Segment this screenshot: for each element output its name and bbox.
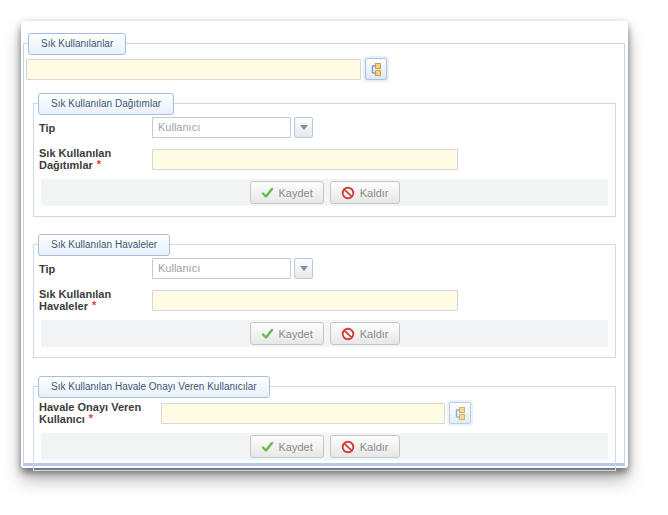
form-row-field: Sık Kullanılan Dağıtımlar* — [39, 147, 615, 171]
remove-button[interactable]: Kaldır — [330, 435, 400, 458]
form-row-tip: Tip Kullanıcı — [39, 117, 615, 138]
remove-button-label: Kaldır — [360, 328, 389, 340]
remove-button-label: Kaldır — [360, 441, 389, 453]
green-check-icon — [261, 328, 274, 340]
save-button[interactable]: Kaydet — [250, 435, 324, 458]
section-havale-onay-legend: Sık Kullanılan Havale Onayı Veren Kullan… — [38, 376, 270, 398]
section-dagitimlar: Sık Kullanılan Dağıtımlar Tip Kullanıcı … — [33, 103, 616, 217]
tip-label: Tip — [39, 122, 152, 134]
red-prohibition-icon — [341, 327, 355, 341]
onay-veren-kullanici-input[interactable] — [161, 403, 445, 424]
dagitimlar-field-label: Sık Kullanılan Dağıtımlar* — [39, 147, 152, 171]
chevron-down-icon — [300, 125, 308, 130]
save-button[interactable]: Kaydet — [250, 322, 324, 345]
tip-select-arrow-button[interactable] — [294, 117, 313, 138]
onay-veren-kullanici-label: Havale Onayı Veren Kullanıcı* — [39, 401, 161, 425]
remove-button[interactable]: Kaldır — [330, 322, 400, 345]
save-button-label: Kaydet — [279, 187, 313, 199]
save-button[interactable]: Kaydet — [250, 181, 324, 204]
form-row-tip: Tip Kullanıcı — [39, 258, 615, 279]
favorites-input[interactable] — [26, 59, 361, 80]
dagitimlar-input[interactable] — [152, 149, 458, 170]
havaleler-field-label: Sık Kullanılan Havaleler* — [39, 288, 152, 312]
tip-select-arrow-button[interactable] — [294, 258, 313, 279]
form-row-field: Sık Kullanılan Havaleler* — [39, 288, 615, 312]
red-prohibition-icon — [341, 186, 355, 200]
favorites-lookup-button[interactable] — [365, 58, 387, 80]
tip-label: Tip — [39, 263, 152, 275]
favorites-fieldset: Sık Kullanılanlar Sık Kullanılan Dağıtım… — [23, 43, 625, 466]
favorites-input-row — [26, 58, 624, 80]
red-prohibition-icon — [341, 440, 355, 454]
button-bar: Kaydet Kaldır — [41, 179, 608, 206]
org-chart-lookup-icon — [453, 406, 467, 420]
tip-select[interactable]: Kullanıcı — [152, 117, 291, 138]
button-bar: Kaydet Kaldır — [41, 433, 608, 460]
section-havaleler-legend: Sık Kullanılan Havaleler — [38, 234, 170, 256]
save-button-label: Kaydet — [279, 328, 313, 340]
chevron-down-icon — [300, 266, 308, 271]
green-check-icon — [261, 187, 274, 199]
form-row-field: Havale Onayı Veren Kullanıcı* — [39, 401, 615, 425]
remove-button[interactable]: Kaldır — [330, 181, 400, 204]
havaleler-field-label-text: Sık Kullanılan Havaleler — [39, 288, 111, 312]
required-asterisk: * — [97, 158, 101, 170]
favorites-fieldset-legend: Sık Kullanılanlar — [28, 33, 126, 55]
tip-select[interactable]: Kullanıcı — [152, 258, 291, 279]
org-chart-lookup-icon — [369, 62, 383, 76]
section-havale-onay-kullanicilar: Sık Kullanılan Havale Onayı Veren Kullan… — [33, 386, 616, 471]
green-check-icon — [261, 441, 274, 453]
required-asterisk: * — [92, 299, 96, 311]
remove-button-label: Kaldır — [360, 187, 389, 199]
section-dagitimlar-legend: Sık Kullanılan Dağıtımlar — [38, 93, 174, 115]
save-button-label: Kaydet — [279, 441, 313, 453]
user-lookup-button[interactable] — [449, 402, 471, 424]
required-asterisk: * — [89, 412, 93, 424]
favorites-window: Sık Kullanılanlar Sık Kullanılan Dağıtım… — [21, 21, 628, 468]
button-bar: Kaydet Kaldır — [41, 320, 608, 347]
section-havaleler: Sık Kullanılan Havaleler Tip Kullanıcı S… — [33, 244, 616, 358]
havaleler-input[interactable] — [152, 290, 458, 311]
